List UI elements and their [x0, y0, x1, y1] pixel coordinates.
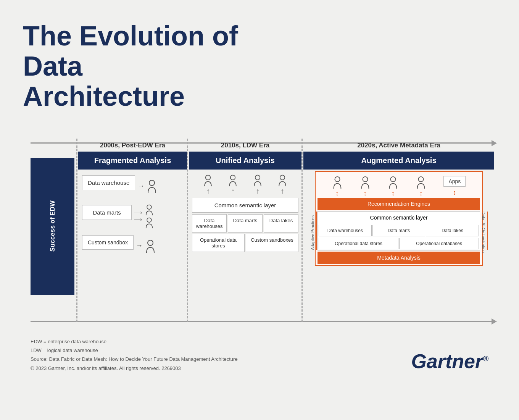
svg-point-9 — [363, 176, 367, 181]
double-arrow-1: ↕ — [335, 190, 339, 197]
person-aug-1 — [332, 176, 343, 189]
bottom-arrow — [31, 321, 496, 322]
person-col-2: ↑ — [228, 174, 238, 195]
main-title: The Evolution of Data Architecture — [23, 0, 290, 123]
arrow-dm: ⟶⟶ — [134, 209, 142, 223]
era-3-label: 2020s, Active Metadata Era — [303, 139, 494, 152]
aug-ops-stores: Operational data stores — [319, 238, 398, 249]
person-unified-4 — [277, 174, 287, 186]
fragmented-content: Data warehouse → Data marts ⟶⟶ — [78, 170, 187, 269]
augmented-outer-box: ↕ ↕ ↕ — [315, 171, 483, 266]
divider-3 — [301, 139, 303, 322]
era-1-label: 2000s, Post-EDW Era — [78, 139, 187, 152]
divider-2 — [187, 139, 188, 322]
double-arrow-2: ↕ — [363, 190, 367, 197]
aug-ops-grid: Operational data stores Operational data… — [318, 237, 480, 250]
unified-custom-sandboxes: Custom sandboxes — [246, 234, 298, 252]
data-ai-orchestration-label: Data, AI Orchestration — [481, 212, 488, 250]
footer: EDW = enterprise data warehouse LDW = lo… — [23, 337, 496, 373]
era-3-column: 2020s, Active Metadata Era Augmented Ana… — [303, 139, 494, 267]
aug-semantic-layer: Common semantic layer — [318, 212, 480, 224]
person-unified-2 — [228, 174, 238, 186]
svg-point-10 — [390, 176, 395, 181]
unified-analysis-header: Unified Analysis — [189, 152, 301, 170]
data-marts-box: Data marts — [82, 205, 132, 220]
adaptive-practices-label: Adaptive Practices — [310, 212, 317, 250]
aug-person-2: ↕ — [360, 176, 371, 197]
person-aug-4 — [416, 176, 426, 189]
person-icon-dm-2 — [145, 217, 154, 228]
svg-point-1 — [147, 205, 152, 209]
aug-data-grid: Data warehouses Data marts Data lakes — [318, 224, 480, 237]
arrow-dw: → — [137, 182, 144, 190]
svg-point-4 — [206, 175, 210, 179]
aug-data-lakes: Data lakes — [426, 225, 479, 236]
augmented-persons-row: ↕ ↕ ↕ — [316, 172, 482, 197]
svg-point-0 — [149, 180, 155, 186]
aug-person-3: ↕ — [388, 176, 398, 197]
person-col-3: ↑ — [253, 174, 263, 195]
era-1-column: 2000s, Post-EDW Era Fragmented Analysis … — [78, 139, 187, 269]
svg-point-3 — [148, 240, 153, 246]
data-marts-row: Data marts ⟶⟶ — [82, 204, 183, 228]
metadata-analysis-box: Metadata Analysis — [318, 252, 480, 264]
aug-person-4: ↕ — [416, 176, 426, 197]
data-warehouse-row: Data warehouse → — [82, 175, 183, 197]
fragmented-analysis-header: Fragmented Analysis — [78, 152, 187, 170]
unified-data-lakes: Data lakes — [264, 214, 298, 233]
double-arrow-3: ↕ — [392, 190, 395, 197]
unified-content: ↑ ↑ ↑ — [189, 170, 301, 255]
svg-point-6 — [255, 175, 260, 179]
up-arrow-3: ↑ — [256, 187, 260, 195]
person-unified-1 — [203, 174, 213, 186]
era-2-label: 2010s, LDW Era — [189, 139, 301, 152]
person-icon-dm-1 — [145, 204, 154, 215]
data-warehouse-box: Data warehouse — [82, 175, 135, 190]
diagram-area: Success of EDW 2000s, Post-EDW Era Fragm… — [23, 123, 496, 326]
recommendation-engines-box: Recommendation Engines — [318, 198, 480, 210]
unified-semantic-layer: Common semantic layer — [192, 198, 298, 213]
double-arrow-apps: ↕ — [453, 189, 456, 196]
apps-section: Apps ↕ — [443, 176, 466, 196]
augmented-inner-box: Adaptive Practices Data, AI Orchestratio… — [318, 211, 480, 250]
custom-sandbox-row: Custom sandbox → — [82, 235, 183, 257]
person-aug-3 — [388, 176, 398, 189]
aug-ops-databases: Operational databases — [399, 238, 479, 249]
apps-box: Apps — [443, 176, 466, 187]
up-arrow-2: ↑ — [231, 187, 235, 195]
up-arrow-4: ↑ — [280, 187, 284, 195]
footer-text: EDW = enterprise data warehouse LDW = lo… — [31, 337, 238, 373]
edw-sidebar: Success of EDW — [31, 158, 74, 295]
svg-point-11 — [419, 176, 424, 181]
person-col-1: ↑ — [203, 174, 213, 195]
custom-sandbox-box: Custom sandbox — [82, 235, 134, 250]
svg-point-2 — [147, 218, 152, 222]
unified-data-warehouses: Data warehouses — [192, 214, 227, 233]
era-2-column: 2010s, LDW Era Unified Analysis ↑ — [189, 139, 301, 255]
data-ai-label-container: Data, AI Orchestration — [480, 212, 488, 250]
person-aug-2 — [360, 176, 371, 189]
unified-data-grid: Data warehouses Data marts Data lakes — [192, 214, 298, 233]
person-col-4: ↑ — [277, 174, 287, 195]
svg-point-5 — [230, 175, 235, 179]
unified-data-marts: Data marts — [228, 214, 263, 233]
svg-point-7 — [280, 175, 284, 179]
person-unified-3 — [253, 174, 263, 186]
gartner-logo: Gartner® — [411, 350, 488, 373]
unified-ops-grid: Operational data stores Custom sandboxes — [192, 234, 298, 252]
aug-person-1: ↕ — [332, 176, 343, 197]
up-arrow-1: ↑ — [206, 187, 210, 195]
aug-data-marts: Data marts — [372, 225, 426, 236]
svg-point-8 — [335, 176, 340, 181]
divider-1 — [76, 139, 77, 322]
unified-persons-row: ↑ ↑ ↑ — [192, 174, 298, 195]
arrow-cs: → — [136, 242, 143, 250]
person-icon-dw — [147, 179, 157, 193]
augmented-analysis-header: Augmented Analysis — [303, 152, 494, 170]
aug-data-warehouses: Data warehouses — [319, 225, 372, 236]
adaptive-label-container: Adaptive Practices — [309, 212, 317, 250]
unified-ops-stores: Operational data stores — [192, 234, 245, 252]
person-icon-cs — [145, 239, 156, 253]
double-arrow-4: ↕ — [419, 190, 423, 197]
